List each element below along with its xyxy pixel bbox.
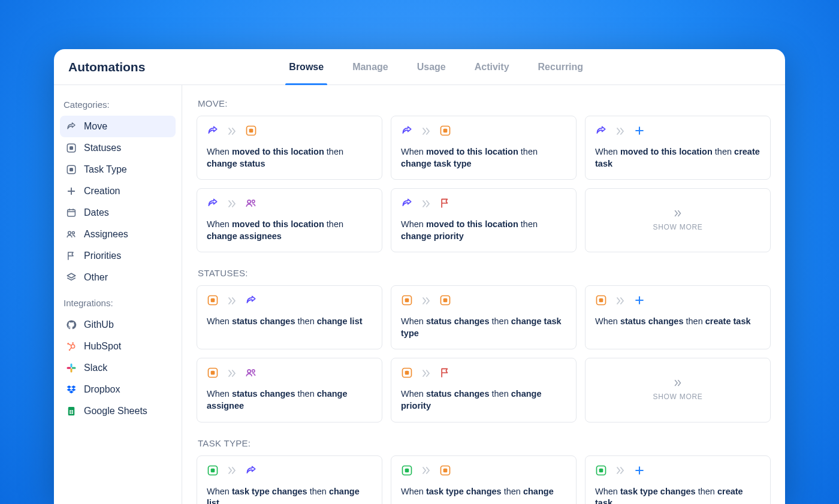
sidebar-item-label: Slack (84, 363, 107, 373)
share-arrow-icon (595, 125, 607, 139)
tab-browse[interactable]: Browse (289, 49, 324, 84)
card-icons (401, 464, 566, 479)
sidebar-item-label: HubSpot (84, 341, 121, 352)
chevrons-icon (672, 378, 683, 390)
people-icon (245, 367, 257, 381)
chevrons-icon (614, 464, 626, 478)
flag-icon (439, 367, 451, 381)
automation-card[interactable]: When moved to this location then change … (197, 188, 382, 252)
automation-description: When moved to this location then change … (401, 146, 566, 170)
tab-recurring[interactable]: Recurring (538, 49, 584, 84)
automation-card[interactable]: When moved to this location then change … (391, 188, 577, 252)
status-icon (66, 164, 77, 175)
automation-card[interactable]: When status changes then change assignee (197, 358, 382, 422)
automation-card[interactable]: When moved to this location then change … (197, 116, 382, 180)
sidebar-item-label: Task Type (84, 164, 127, 175)
show-more-label: SHOW MORE (653, 223, 702, 231)
show-more-card[interactable]: SHOW MORE (585, 358, 771, 422)
card-icons (401, 125, 566, 139)
automation-grid: When moved to this location then change … (197, 116, 771, 252)
automation-card[interactable]: When task type changes then create task (585, 455, 771, 505)
sidebar-categories-label: Categories: (64, 99, 171, 110)
svg-rect-12 (72, 367, 76, 369)
card-icons (207, 294, 372, 309)
dropbox-icon (66, 384, 77, 395)
automation-description: When task type changes then create task (595, 486, 760, 505)
plus-icon (633, 125, 645, 139)
status-icon (207, 367, 219, 381)
automation-card[interactable]: When moved to this location then change … (391, 116, 577, 180)
sidebar-item-move[interactable]: Move (60, 116, 176, 137)
chevrons-icon (420, 295, 432, 309)
sidebar-item-label: Creation (84, 186, 120, 197)
chevrons-icon (614, 125, 626, 139)
calendar-icon (66, 207, 77, 218)
chevrons-icon (226, 125, 238, 139)
chevrons-icon (226, 198, 238, 212)
automation-description: When status changes then change priority (401, 388, 566, 412)
chevrons-icon (614, 295, 626, 309)
automation-description: When moved to this location then change … (207, 219, 372, 242)
automations-window: Automations BrowseManageUsageActivityRec… (54, 49, 785, 504)
automation-card[interactable]: When task type changes then change list (197, 455, 382, 505)
sidebar-item-label: Dates (84, 207, 109, 218)
automation-card[interactable]: When status changes then change list (197, 285, 382, 349)
status-icon (595, 464, 607, 479)
card-icons (207, 125, 372, 139)
chevrons-icon (672, 208, 683, 221)
sidebar-integrations-label: Integrations: (64, 298, 171, 308)
automation-description: When status changes then change assignee (207, 388, 372, 412)
svg-rect-13 (71, 369, 73, 373)
chevrons-icon (226, 367, 238, 381)
share-arrow-icon (66, 121, 77, 132)
sidebar-item-hubspot[interactable]: HubSpot (60, 336, 176, 357)
sidebar-item-slack[interactable]: Slack (60, 357, 176, 379)
automation-card[interactable]: When status changes then change priority (391, 358, 577, 422)
automation-card[interactable]: When moved to this location then create … (585, 116, 771, 180)
sidebar-item-label: Other (84, 272, 108, 283)
sidebar-item-statuses[interactable]: Statuses (60, 137, 176, 159)
card-icons (401, 294, 566, 309)
sidebar-item-google sheets[interactable]: Google Sheets (60, 400, 176, 422)
sidebar-item-creation[interactable]: Creation (60, 180, 176, 202)
tab-usage[interactable]: Usage (417, 49, 446, 84)
section-heading: MOVE: (198, 98, 771, 108)
status-icon (401, 367, 413, 381)
automation-description: When status changes then change task typ… (401, 316, 566, 339)
sidebar-item-priorities[interactable]: Priorities (60, 245, 176, 267)
automation-card[interactable]: When status changes then create task (585, 285, 771, 349)
sidebar-item-label: Statuses (84, 143, 121, 153)
hubspot-icon (66, 341, 77, 352)
content: MOVE: When moved to this location then c… (182, 85, 785, 504)
card-icons (595, 125, 760, 139)
sidebar-item-dates[interactable]: Dates (60, 202, 176, 224)
sidebar-item-assignees[interactable]: Assignees (60, 224, 176, 245)
chevrons-icon (420, 125, 432, 139)
tab-manage[interactable]: Manage (352, 49, 388, 84)
flag-icon (439, 197, 451, 212)
status-icon (207, 464, 219, 479)
show-more-label: SHOW MORE (653, 393, 702, 401)
sidebar-item-other[interactable]: Other (60, 267, 176, 288)
share-arrow-icon (207, 197, 219, 212)
automation-card[interactable]: When task type changes then change (391, 455, 577, 505)
sidebar-item-github[interactable]: GithUb (60, 314, 176, 336)
people-icon (245, 197, 257, 212)
sidebar-item-task type[interactable]: Task Type (60, 159, 176, 180)
status-icon (401, 294, 413, 309)
page-title: Automations (68, 60, 145, 74)
github-icon (66, 319, 77, 330)
section-heading: TASK TYPE: (198, 438, 771, 448)
flag-icon (66, 251, 77, 261)
sidebar-item-dropbox[interactable]: Dropbox (60, 379, 176, 400)
topbar: Automations BrowseManageUsageActivityRec… (54, 49, 785, 85)
tab-activity[interactable]: Activity (475, 49, 509, 84)
card-icons (595, 294, 760, 309)
card-icons (401, 367, 566, 381)
automation-card[interactable]: When status changes then change task typ… (391, 285, 577, 349)
status-icon (401, 464, 413, 479)
automation-description: When task type changes then change (401, 486, 566, 498)
sidebar-item-label: Move (84, 121, 107, 132)
automation-description: When status changes then create task (595, 316, 760, 328)
show-more-card[interactable]: SHOW MORE (585, 188, 771, 252)
